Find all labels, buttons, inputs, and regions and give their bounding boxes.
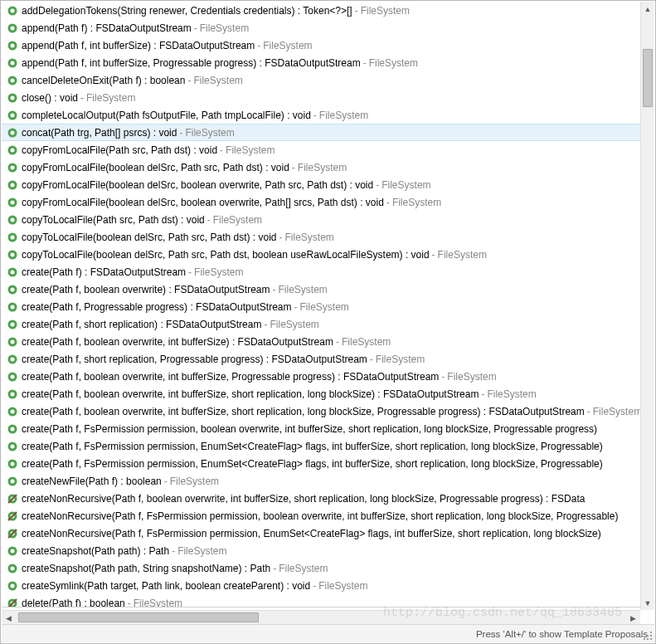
proposal-item[interactable]: completeLocalOutput(Path fsOutputFile, P… [2,106,654,124]
method-signature: create(Path f, boolean overwrite, int bu… [22,388,479,400]
method-public-icon [7,319,18,330]
proposal-item[interactable]: create(Path f, FsPermission permission, … [2,437,654,455]
proposal-item[interactable]: append(Path f, int bufferSize) : FSDataO… [2,37,654,54]
proposal-item[interactable]: copyFromLocalFile(boolean delSrc, boolea… [2,193,654,211]
svg-point-1 [11,8,15,12]
separator: - [186,266,194,278]
proposal-item[interactable]: createSnapshot(Path path, String snapsho… [2,559,654,577]
method-signature: create(Path f, short replication) : FSDa… [22,319,261,330]
svg-point-35 [11,305,15,309]
declaring-class: FileSystem [298,162,347,173]
declaring-class: FileSystem [270,319,318,330]
method-signature: copyFromLocalFile(boolean delSrc, Path s… [22,162,289,173]
method-signature: createNewFile(Path f) : boolean [22,476,162,487]
proposal-item[interactable]: create(Path f, short replication) : FSDa… [2,315,654,333]
method-public-icon [7,388,18,400]
method-signature: concat(Path trg, Path[] psrcs) : void [22,127,177,139]
proposal-item[interactable]: create(Path f, boolean overwrite, int bu… [2,385,654,402]
proposal-item[interactable]: copyFromLocalFile(boolean delSrc, Path s… [2,159,654,176]
method-signature: create(Path f, Progressable progress) : … [22,301,291,313]
declaring-class: FileSystem [185,127,234,139]
declaring-class: FileSystem [369,57,418,69]
method-deprecated-icon [7,598,18,608]
method-signature: copyFromLocalFile(Path src, Path dst) : … [22,144,217,156]
svg-point-23 [11,200,15,204]
separator: - [78,92,86,104]
proposal-item[interactable]: create(Path f, boolean overwrite, int bu… [2,402,654,420]
separator: - [261,319,270,330]
separator: - [217,144,226,156]
declaring-class: FileSystem [392,197,441,208]
proposal-item[interactable]: copyToLocalFile(boolean delSrc, Path src… [2,228,654,246]
proposal-item[interactable]: createSnapshot(Path path) : Path-FileSys… [2,542,654,559]
method-public-icon [7,476,18,487]
svg-point-11 [11,95,15,100]
proposal-item[interactable]: createNonRecursive(Path f, boolean overw… [2,490,654,507]
scroll-right-arrow[interactable]: ▶ [626,611,640,625]
method-signature: copyToLocalFile(boolean delSrc, Path src… [22,249,430,261]
declaring-class: FileSystem [361,5,410,17]
proposal-item[interactable]: create(Path f, boolean overwrite) : FSDa… [2,281,654,298]
svg-point-66 [11,549,15,553]
separator: - [311,110,319,121]
method-public-icon [7,110,18,121]
method-public-icon [7,249,18,261]
separator: - [289,162,298,173]
method-public-icon [7,580,18,592]
proposal-item[interactable]: create(Path f) : FSDataOutputStream-File… [2,263,654,281]
svg-point-13 [11,113,15,117]
horizontal-scrollbar[interactable]: ◀ ▶ [2,610,640,624]
declaring-class: FileSystem [86,92,135,104]
method-public-icon [7,563,18,574]
proposal-item[interactable]: copyFromLocalFile(Path src, Path dst) : … [2,141,654,159]
separator: - [310,580,318,592]
hscroll-thumb[interactable] [18,612,259,622]
proposal-item[interactable]: copyToLocalFile(boolean delSrc, Path src… [2,246,654,263]
scroll-thumb[interactable] [643,49,653,107]
svg-rect-75 [647,635,649,637]
proposal-item[interactable]: concat(Path trg, Path[] psrcs) : void-Fi… [2,124,654,141]
proposal-item[interactable]: createNonRecursive(Path f, FsPermission … [2,524,654,542]
svg-point-29 [11,252,15,256]
method-signature: completeLocalOutput(Path fsOutputFile, P… [22,110,311,121]
proposal-item[interactable]: create(Path f, boolean overwrite, int bu… [2,368,654,385]
declaring-class: FileSystem [299,301,348,313]
proposal-item[interactable]: create(Path f, Progressable progress) : … [2,298,654,315]
svg-point-47 [11,409,15,413]
svg-point-33 [11,287,15,291]
proposal-item[interactable]: cancelDeleteOnExit(Path f) : boolean-Fil… [2,71,654,89]
proposal-item[interactable]: createNewFile(Path f) : boolean-FileSyst… [2,472,654,490]
scroll-up-arrow[interactable]: ▲ [641,2,654,16]
proposal-item[interactable]: append(Path f) : FSDataOutputStream-File… [2,19,654,37]
svg-rect-77 [644,638,645,640]
proposal-item[interactable]: copyToLocalFile(Path src, Path dst) : vo… [2,211,654,228]
vertical-scrollbar[interactable]: ▲ ▼ [640,2,654,610]
method-signature: create(Path f, short replication, Progre… [22,354,367,365]
resize-grip[interactable] [642,630,654,642]
scroll-left-arrow[interactable]: ◀ [2,611,16,625]
proposal-item[interactable]: createSymlink(Path target, Path link, bo… [2,577,654,594]
method-signature: createNonRecursive(Path f, boolean overw… [22,493,585,505]
proposal-item[interactable]: delete(Path f) : boolean-FileSystem [2,594,654,607]
proposal-item[interactable]: close() : void-FileSystem [2,89,654,106]
scroll-track[interactable] [641,16,654,596]
method-signature: copyFromLocalFile(boolean delSrc, boolea… [22,197,384,208]
proposal-item[interactable]: addDelegationTokens(String renewer, Cred… [2,2,654,19]
proposal-item[interactable]: create(Path f, FsPermission permission, … [2,420,654,437]
proposal-item[interactable]: copyFromLocalFile(boolean delSrc, boolea… [2,176,654,193]
svg-point-41 [11,357,15,361]
proposal-item[interactable]: create(Path f, short replication, Progre… [2,350,654,368]
separator: - [384,197,392,208]
scroll-down-arrow[interactable]: ▼ [641,596,654,610]
separator: - [291,301,299,313]
proposal-list[interactable]: addDelegationTokens(String renewer, Cred… [2,2,654,607]
proposal-item[interactable]: create(Path f, boolean overwrite, int bu… [2,333,654,350]
proposal-item[interactable]: create(Path f, FsPermission permission, … [2,455,654,472]
method-public-icon [7,57,18,69]
declaring-class: FileSystem [319,110,368,121]
svg-rect-79 [650,638,652,640]
proposal-item[interactable]: createNonRecursive(Path f, FsPermission … [2,507,654,524]
method-public-icon [7,75,18,86]
method-public-icon [7,179,18,191]
proposal-item[interactable]: append(Path f, int bufferSize, Progressa… [2,54,654,71]
